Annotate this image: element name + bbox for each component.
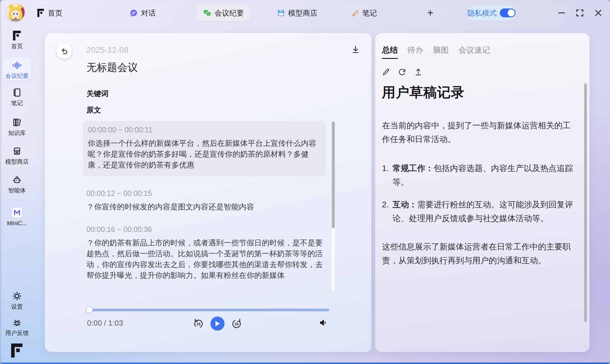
- sidebar-item-meeting-minutes[interactable]: 会议纪要: [0, 61, 34, 80]
- list-item: 2. 互动：需要进行粉丝的互动。这可能涉及到回复评论、处理用户反馈或参与社交媒体…: [382, 198, 576, 225]
- minimize-button[interactable]: [556, 7, 567, 19]
- audio-time-display: 0:00 / 1:03: [87, 319, 123, 328]
- tab-model-store[interactable]: 模型商店: [277, 5, 317, 21]
- list-item-term: 常规工作：: [392, 164, 434, 173]
- summary-list: 1. 常规工作：包括内容选题、内容生产以及热点追踪等。 2. 互动：需要进行粉丝…: [382, 161, 576, 225]
- volume-icon: [318, 318, 327, 327]
- list-item-number: 2.: [382, 198, 392, 225]
- transcript-scrollbar[interactable]: [332, 122, 335, 290]
- back-button[interactable]: [57, 44, 72, 59]
- list-item-number: 1.: [382, 161, 392, 189]
- chat-bubble-icon: [130, 9, 138, 17]
- sidebar-item-model-store[interactable]: 模型商店: [0, 146, 34, 166]
- regenerate-button[interactable]: [398, 68, 406, 76]
- edit-button[interactable]: [382, 68, 390, 76]
- sidebar-home-label: 首页: [11, 42, 23, 50]
- forward-15-button[interactable]: 15: [231, 318, 242, 329]
- sidebar-minic-label: MiniC...: [7, 220, 27, 227]
- books-icon: [12, 118, 22, 127]
- summary-outro: 这些信息展示了新媒体运营者在日常工作中的主要职责，从策划到执行再到与用户的沟通和…: [382, 240, 576, 267]
- keywords-section-label: 关键词: [86, 89, 108, 98]
- tab-shorthand[interactable]: 会议速记: [458, 45, 490, 59]
- play-icon: [215, 320, 220, 327]
- sidebar-agent-label: 智能体: [8, 187, 26, 194]
- privacy-mode-toggle[interactable]: [500, 8, 516, 17]
- sidebar-item-feedback[interactable]: 用户反馈: [0, 318, 34, 337]
- new-tab-button[interactable]: +: [424, 5, 436, 21]
- transcript-segment[interactable]: 00:00:12 ~ 00:00:15 ？你宣传的时候发的内容是图文内容还是智能…: [86, 189, 324, 212]
- tab-meeting-label: 会议纪要: [215, 8, 244, 18]
- pencil-orange-icon: [351, 9, 359, 17]
- audio-progress-thumb[interactable]: [86, 306, 93, 313]
- tab-summary[interactable]: 总结: [382, 45, 398, 59]
- export-button[interactable]: [414, 68, 422, 76]
- back-arrow-icon: [60, 47, 68, 55]
- audio-progress-bar[interactable]: [88, 309, 329, 311]
- tab-notes[interactable]: 笔记: [351, 5, 377, 21]
- volume-button[interactable]: [318, 318, 327, 327]
- transcript-list: 00:00:00 ~ 00:00:11 你选择一个什么样的新媒体平台，然后在新媒…: [86, 121, 332, 294]
- sidebar-feedback-label: 用户反馈: [5, 329, 29, 337]
- app-logo-icon: [11, 344, 23, 358]
- meeting-title[interactable]: 无标题会议: [86, 61, 138, 74]
- segment-text: ？你的奶茶有新品上市的时候，或者遇到一些节假日的时候，是不是要趁热点，然后做一些…: [86, 237, 324, 281]
- tab-mindmap[interactable]: 脑图: [433, 45, 449, 59]
- segment-text: ？你宣传的时候发的内容是图文内容还是智能内容: [86, 201, 324, 212]
- tab-meeting-minutes[interactable]: 会议纪要: [197, 5, 250, 21]
- meeting-detail-panel: 2025-12-08 无标题会议 关键词 原文 00:00:00 ~ 00:00…: [45, 33, 371, 352]
- robot-icon: [12, 175, 22, 184]
- download-button[interactable]: [350, 44, 361, 55]
- tab-chat[interactable]: 对话: [130, 5, 156, 21]
- maximize-icon: [575, 8, 584, 17]
- minimize-icon: [558, 9, 566, 17]
- privacy-mode-label: 隐私模式: [468, 8, 497, 18]
- summary-heading: 用户草稿记录: [382, 83, 576, 102]
- sidebar-divider: [8, 200, 26, 200]
- scrollbar-thumb[interactable]: [332, 122, 335, 228]
- sidebar-item-agent[interactable]: 智能体: [0, 175, 34, 194]
- waveform-icon: [12, 61, 22, 70]
- close-icon: [594, 9, 602, 17]
- top-bar: 首页 对话 会议纪要: [0, 0, 610, 26]
- rewind-15-label: 15: [196, 322, 200, 326]
- play-button[interactable]: [210, 317, 225, 331]
- segment-timestamp: 00:00:16 ~ 00:00:36: [86, 225, 324, 234]
- segment-timestamp: 00:00:00 ~ 00:00:11: [88, 126, 321, 134]
- maximize-button[interactable]: [574, 7, 586, 19]
- transcript-segment[interactable]: 00:00:16 ~ 00:00:36 ？你的奶茶有新品上市的时候，或者遇到一些…: [86, 225, 324, 281]
- audio-controls: 15 15: [193, 317, 242, 331]
- sidebar-item-settings[interactable]: 设置: [0, 291, 34, 311]
- sidebar-app-logo: [0, 344, 34, 358]
- tab-home-label: 首页: [48, 8, 62, 18]
- rewind-15-button[interactable]: 15: [193, 318, 204, 329]
- user-avatar[interactable]: [6, 3, 25, 22]
- sidebar-item-notes[interactable]: 笔记: [0, 88, 34, 107]
- close-button[interactable]: [592, 7, 604, 19]
- tab-store-label: 模型商店: [288, 8, 317, 18]
- tab-todo[interactable]: 待办: [407, 45, 423, 59]
- app-logo-icon: [37, 9, 45, 17]
- notebook-icon: [12, 88, 22, 97]
- tab-chat-label: 对话: [141, 8, 156, 18]
- list-item-term: 互动：: [392, 200, 417, 209]
- sidebar-store-label: 模型商店: [5, 158, 29, 166]
- app-logo-icon: [13, 31, 21, 40]
- sidebar-item-home[interactable]: 首页: [0, 31, 34, 50]
- tab-note-label: 笔记: [362, 8, 377, 18]
- list-item: 1. 常规工作：包括内容选题、内容生产以及热点追踪等。: [382, 161, 576, 189]
- toggle-knob: [508, 9, 515, 16]
- sidebar-meeting-label: 会议纪要: [5, 72, 29, 80]
- storefront-icon: [12, 146, 22, 156]
- summary-scrollbar[interactable]: [584, 83, 587, 322]
- sidebar-item-minic[interactable]: MiniC...: [0, 207, 34, 227]
- transcript-segment[interactable]: 00:00:00 ~ 00:00:11 你选择一个什么样的新媒体平台，然后在新媒…: [83, 121, 326, 176]
- summary-intro: 在当前的内容中，提到了一些与新媒体运营相关的工作任务和日常活动。: [382, 119, 576, 146]
- sidebar-item-knowledge-base[interactable]: 知识库: [0, 118, 34, 137]
- tab-home[interactable]: 首页: [37, 5, 62, 21]
- segment-timestamp: 00:00:12 ~ 00:00:15: [86, 189, 324, 198]
- summary-toolbar: [382, 68, 422, 76]
- list-item-desc: 需要进行粉丝的互动。这可能涉及到回复评论、处理用户反馈或参与社交媒体活动等。: [392, 200, 573, 223]
- transcript-section-label: 原文: [86, 105, 101, 115]
- privacy-mode-control: 隐私模式: [467, 6, 516, 20]
- avatar-image: [6, 3, 25, 22]
